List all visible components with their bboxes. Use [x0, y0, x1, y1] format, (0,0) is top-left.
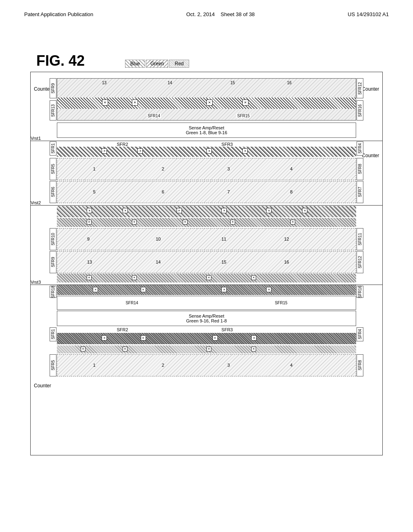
- n7: 7: [227, 189, 230, 194]
- n14: 14: [156, 260, 161, 264]
- n4: 4: [290, 166, 292, 171]
- tv4: ✕: [221, 208, 227, 213]
- vrst2-line: Vrst2: [31, 205, 382, 206]
- transistor-1: ✕: [102, 100, 108, 106]
- sfr14b-15b-row: SFR14 SFR15: [57, 296, 356, 310]
- tv11: ✕: [290, 220, 295, 224]
- tb5: ✕: [81, 347, 86, 351]
- sfr12-label: SFR12: [357, 78, 363, 98]
- counter-top-left: Counter: [34, 86, 51, 92]
- header: Patent Application Publication Oct. 2, 2…: [24, 11, 389, 17]
- inner-area: SFR9 SFR12 SFR13 SFR16 13 14 15 16 ✕ ✕ ✕: [57, 72, 356, 455]
- cell-num-14: 14: [168, 81, 172, 85]
- sfr14-label: SFR14: [147, 114, 161, 118]
- tb3: ✕: [213, 335, 218, 341]
- tv9: ✕: [183, 220, 188, 224]
- tv2: ✕: [123, 208, 128, 213]
- n8: 8: [290, 189, 292, 194]
- sfr10-label: SFR10: [50, 228, 56, 250]
- color-legend: Blue Green Red: [125, 60, 189, 68]
- tv13: ✕: [132, 275, 137, 280]
- sfr12b-label: SFR12: [357, 251, 363, 273]
- bn1: 1: [93, 363, 96, 368]
- n13: 13: [87, 260, 92, 264]
- transistor-row-top: ✕ ✕ ✕ ✕: [57, 98, 356, 109]
- counter-bottom-left: Counter: [34, 383, 51, 389]
- cell-num-15: 15: [230, 81, 235, 85]
- tv12: ✕: [87, 275, 92, 280]
- n2: 2: [162, 166, 164, 171]
- tb2: ✕: [141, 335, 146, 341]
- sfr4-label: SFR4: [357, 141, 363, 156]
- tv1: ✕: [87, 208, 92, 213]
- transistor-row-bot: ✕ ✕ ✕ ✕: [57, 333, 356, 344]
- vrst3-label: Vrst3: [31, 280, 41, 285]
- tv15: ✕: [251, 275, 256, 280]
- sfr6-label: SFR6: [50, 181, 56, 203]
- n9: 9: [87, 237, 90, 241]
- transistor-row-mid: ✕ ✕ ✕ ✕: [57, 147, 356, 157]
- t5: ✕: [102, 148, 107, 154]
- n15: 15: [221, 260, 226, 264]
- tv8: ✕: [132, 220, 137, 224]
- legend-green: Green: [146, 60, 168, 68]
- counter-top-right: Counter: [362, 86, 379, 92]
- sense-amp-bottom: Sense Amp/Reset Green 9-16, Red 1-8: [57, 311, 356, 326]
- sfr9-label: SFR9: [50, 78, 56, 98]
- cell-array-bot-1-4: 1 2 3 4: [57, 354, 356, 376]
- transistor-row-2: ✕ ✕ ✕ ✕ ✕: [57, 218, 356, 227]
- sfr7-label: SFR7: [357, 181, 363, 203]
- tv17: ✕: [141, 287, 146, 292]
- top-cell-array: 13 14 15 16 ✕ ✕ ✕ ✕ SFR14 SFR15: [57, 78, 356, 121]
- legend-blue: Blue: [125, 60, 145, 68]
- n5: 5: [93, 189, 96, 194]
- sfr5-label: SFR5: [50, 158, 56, 180]
- transistor-row-vrst2: ✕ ✕ ✕ ✕ ✕ ✕: [57, 206, 356, 217]
- counter-middle-right: Counter: [362, 153, 379, 158]
- legend-red: Red: [169, 60, 189, 68]
- sfr1-label: SFR1: [50, 141, 56, 156]
- tv19: ✕: [266, 287, 271, 292]
- sfr3-top: SFR3: [221, 142, 233, 147]
- n6: 6: [162, 189, 164, 194]
- n16: 16: [284, 260, 289, 264]
- sfr8-label: SFR8: [357, 158, 363, 180]
- vrst1-line: Vrst1: [31, 141, 382, 141]
- sfr18-label: SFR18: [50, 286, 56, 298]
- bn4: 4: [290, 363, 292, 368]
- cell-array-1-4: 1 2 3 4: [57, 158, 356, 180]
- n12: 12: [284, 237, 289, 241]
- t7: ✕: [206, 148, 212, 154]
- tv10: ✕: [230, 220, 235, 224]
- sfr16b-label: SFR16: [357, 286, 363, 298]
- n1: 1: [93, 166, 96, 171]
- sfr4b-label: SFR4: [357, 327, 363, 341]
- n3: 3: [227, 166, 230, 171]
- cell-array-9-12: 9 10 11 12: [57, 228, 356, 250]
- sfr13-label: SFR13: [50, 100, 56, 121]
- sfr2b-label: SFR2: [117, 327, 128, 332]
- tv14: ✕: [206, 275, 211, 280]
- header-center: Oct. 2, 2014 Sheet 38 of 38: [186, 11, 255, 17]
- sfr1b-label: SFR1: [50, 327, 56, 341]
- tb1: ✕: [102, 335, 107, 341]
- transistor-row-4: ✕ ✕ ✕ ✕: [57, 285, 356, 295]
- n10: 10: [156, 237, 161, 241]
- cell-array-5-8: 5 6 7 8: [57, 181, 356, 203]
- tb4: ✕: [251, 335, 257, 341]
- header-right: US 14/293102 A1: [348, 11, 389, 17]
- tb8: ✕: [251, 347, 256, 351]
- transistor-row-bot2: ✕ ✕ ✕ ✕: [57, 345, 356, 353]
- tb7: ✕: [206, 347, 211, 351]
- transistor-2: ✕: [132, 100, 138, 106]
- sfr3b-label: SFR3: [221, 327, 233, 332]
- transistor-row-3: ✕ ✕ ✕ ✕: [57, 274, 356, 283]
- tv6: ✕: [302, 208, 307, 213]
- cell-array-13-16: 13 14 15 16: [57, 251, 356, 273]
- sense-amp-top: Sense Amp/Reset Green 1-8, Blue 9-16: [57, 123, 356, 138]
- main-diagram: Counter Counter Counter Counter SFR9 SFR…: [30, 72, 383, 455]
- sfr15b-label: SFR15: [275, 301, 287, 305]
- n11: 11: [221, 237, 226, 241]
- sfr11-label: SFR11: [357, 228, 363, 250]
- vrst1-label: Vrst1: [31, 136, 41, 141]
